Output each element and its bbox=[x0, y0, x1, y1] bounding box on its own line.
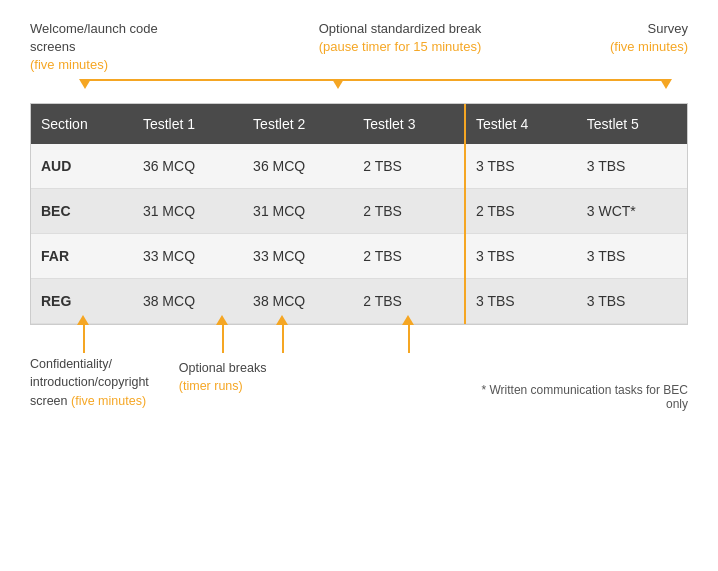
table-wrapper: Section Testlet 1 Testlet 2 Testlet 3 Te… bbox=[30, 103, 688, 325]
cell-1-2: 31 MCQ bbox=[243, 188, 353, 233]
cell-0-3: 2 TBS bbox=[353, 144, 465, 189]
footnote: * Written communication tasks for BEC on… bbox=[468, 383, 688, 411]
cell-2-1: 33 MCQ bbox=[133, 233, 243, 278]
arrow-line-bottom-2 bbox=[222, 325, 224, 353]
top-left-annotation: Welcome/launch code screens (five minute… bbox=[30, 20, 190, 75]
table-row: REG38 MCQ38 MCQ2 TBS3 TBS3 TBS bbox=[31, 278, 687, 323]
arrow-line-bottom-left bbox=[83, 325, 85, 353]
cell-3-5: 3 TBS bbox=[577, 278, 687, 323]
col-header-testlet2: Testlet 2 bbox=[243, 104, 353, 144]
cell-1-1: 31 MCQ bbox=[133, 188, 243, 233]
arrow-up-4 bbox=[402, 315, 414, 325]
cell-0-1: 36 MCQ bbox=[133, 144, 243, 189]
cell-3-2: 38 MCQ bbox=[243, 278, 353, 323]
arrow-down-left bbox=[79, 79, 91, 89]
cell-0-0: AUD bbox=[31, 144, 133, 189]
bottom-middle-annotation: Optional breaks (timer runs) bbox=[179, 355, 267, 411]
top-middle-annotation: Optional standardized break (pause timer… bbox=[319, 20, 482, 75]
cell-2-4: 3 TBS bbox=[465, 233, 577, 278]
col-header-testlet1: Testlet 1 bbox=[133, 104, 243, 144]
arrow-up-3 bbox=[276, 315, 288, 325]
exam-table: Section Testlet 1 Testlet 2 Testlet 3 Te… bbox=[31, 104, 687, 324]
cell-1-0: BEC bbox=[31, 188, 133, 233]
cell-0-4: 3 TBS bbox=[465, 144, 577, 189]
cell-0-5: 3 TBS bbox=[577, 144, 687, 189]
col-header-testlet4: Testlet 4 bbox=[465, 104, 577, 144]
table-row: AUD36 MCQ36 MCQ2 TBS3 TBS3 TBS bbox=[31, 144, 687, 189]
cell-1-3: 2 TBS bbox=[353, 188, 465, 233]
table-row: FAR33 MCQ33 MCQ2 TBS3 TBS3 TBS bbox=[31, 233, 687, 278]
col-header-testlet5: Testlet 5 bbox=[577, 104, 687, 144]
cell-0-2: 36 MCQ bbox=[243, 144, 353, 189]
arrow-up-2 bbox=[216, 315, 228, 325]
cell-2-2: 33 MCQ bbox=[243, 233, 353, 278]
table-header-row: Section Testlet 1 Testlet 2 Testlet 3 Te… bbox=[31, 104, 687, 144]
cell-1-5: 3 WCT* bbox=[577, 188, 687, 233]
bottom-left-annotation: Confidentiality/ introduction/copyright … bbox=[30, 355, 149, 411]
arrow-line-bottom-3 bbox=[282, 325, 284, 353]
table-row: BEC31 MCQ31 MCQ2 TBS2 TBS3 WCT* bbox=[31, 188, 687, 233]
cell-2-5: 3 TBS bbox=[577, 233, 687, 278]
arrow-up-left bbox=[77, 315, 89, 325]
main-container: Welcome/launch code screens (five minute… bbox=[0, 0, 718, 441]
col-header-testlet3: Testlet 3 bbox=[353, 104, 465, 144]
bottom-annotations: Confidentiality/ introduction/copyright … bbox=[30, 355, 688, 411]
top-right-annotation: Survey (five minutes) bbox=[610, 20, 688, 75]
arrow-down-break bbox=[332, 79, 344, 89]
cell-2-0: FAR bbox=[31, 233, 133, 278]
cell-2-3: 2 TBS bbox=[353, 233, 465, 278]
arrow-down-survey bbox=[660, 79, 672, 89]
cell-3-4: 3 TBS bbox=[465, 278, 577, 323]
cell-1-4: 2 TBS bbox=[465, 188, 577, 233]
col-header-section: Section bbox=[31, 104, 133, 144]
arrow-line-bottom-4 bbox=[408, 325, 410, 353]
